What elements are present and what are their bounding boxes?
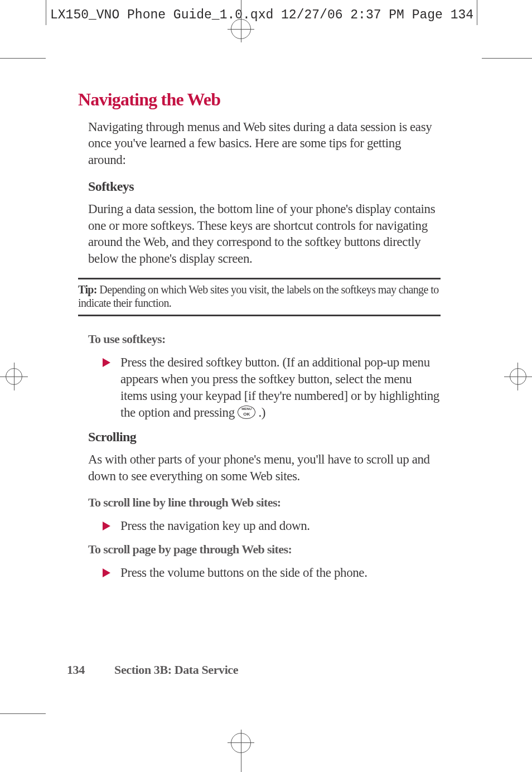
bullet-arrow-icon bbox=[103, 522, 110, 530]
bullet-text: Press the volume buttons on the side of … bbox=[120, 564, 367, 581]
tip-text: Depending on which Web sites you visit, … bbox=[78, 283, 439, 309]
bullet-text: Press the navigation key up and down. bbox=[120, 518, 310, 534]
step-to-use-softkeys: To use softkeys: bbox=[88, 332, 441, 346]
bullet-use-softkeys: Press the desired softkey button. (If an… bbox=[103, 354, 441, 421]
step-scroll-page: To scroll page by page through Web sites… bbox=[88, 542, 441, 557]
subheading-softkeys: Softkeys bbox=[88, 179, 441, 194]
heading-navigating-the-web: Navigating the Web bbox=[78, 89, 441, 110]
tip-label: Tip: bbox=[78, 283, 97, 296]
softkeys-paragraph: During a data session, the bottom line o… bbox=[88, 201, 441, 267]
bullet-scroll-page: Press the volume buttons on the side of … bbox=[103, 564, 441, 581]
registration-mark-left bbox=[0, 363, 28, 390]
scrolling-paragraph: As with other parts of your phone's menu… bbox=[88, 451, 441, 484]
intro-paragraph: Navigating through menus and Web sites d… bbox=[88, 119, 441, 168]
tip-box: Tip: Depending on which Web sites you vi… bbox=[78, 278, 441, 316]
bullet-arrow-icon bbox=[103, 568, 110, 577]
bullet-text: Press the desired softkey button. (If an… bbox=[120, 354, 441, 421]
menu-ok-button-icon bbox=[238, 406, 255, 419]
section-label: Section 3B: Data Service bbox=[114, 663, 238, 677]
crop-marks-bottom bbox=[0, 705, 532, 772]
bullet-scroll-line: Press the navigation key up and down. bbox=[103, 518, 441, 534]
registration-mark-right bbox=[504, 363, 532, 390]
page-footer: 134 Section 3B: Data Service bbox=[67, 663, 238, 677]
subheading-scrolling: Scrolling bbox=[88, 430, 441, 445]
bullet-arrow-icon bbox=[103, 358, 110, 367]
print-slug: LX150_VNO Phone Guide_1.0.qxd 12/27/06 2… bbox=[50, 8, 473, 22]
page-content: Navigating the Web Navigating through me… bbox=[78, 89, 441, 589]
step-scroll-line: To scroll line by line through Web sites… bbox=[88, 495, 441, 510]
page-number: 134 bbox=[67, 663, 112, 677]
